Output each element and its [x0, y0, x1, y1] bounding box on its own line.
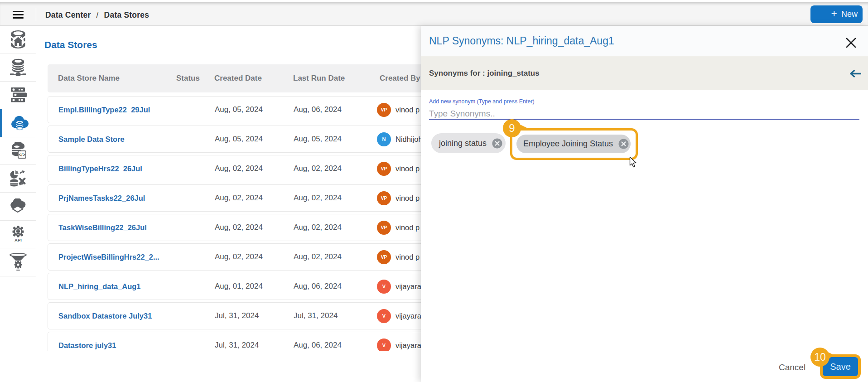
svg-text:</>: </> — [19, 152, 25, 157]
svg-text:9: 9 — [509, 122, 515, 134]
svg-text:10: 10 — [814, 351, 826, 363]
svg-text:API: API — [14, 237, 22, 242]
